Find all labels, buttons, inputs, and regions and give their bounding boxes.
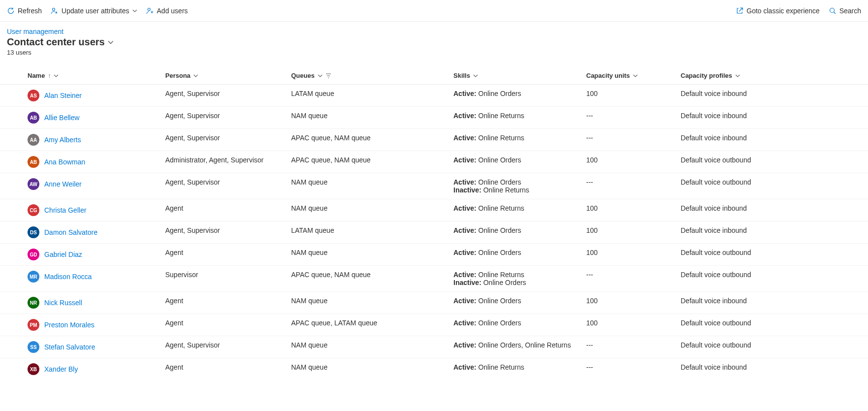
search-label: Search bbox=[839, 7, 861, 15]
breadcrumb-user-management[interactable]: User management bbox=[7, 28, 63, 35]
table-row[interactable]: ABAna BowmanAdministrator, Agent, Superv… bbox=[0, 151, 868, 173]
avatar: DS bbox=[28, 226, 39, 238]
column-header-skills[interactable]: Skills bbox=[453, 72, 586, 79]
queues-cell: NAM queue bbox=[291, 249, 453, 256]
capacity-profiles-cell: Default voice inbound bbox=[681, 90, 868, 97]
table-row[interactable]: ABAllie BellewAgent, SupervisorNAM queue… bbox=[0, 107, 868, 129]
capacity-profiles-cell: Default voice outbound bbox=[681, 156, 868, 164]
persona-cell: Agent bbox=[165, 319, 291, 327]
capacity-units-cell: 100 bbox=[586, 204, 681, 212]
user-name-link[interactable]: Stefan Salvatore bbox=[44, 343, 95, 351]
skills-cell: Active: Online ReturnsInactive: Online O… bbox=[453, 271, 586, 286]
skills-cell: Active: Online Returns bbox=[453, 204, 586, 212]
capacity-profiles-cell: Default voice outbound bbox=[681, 249, 868, 256]
column-name-label: Name bbox=[28, 72, 45, 79]
avatar: SS bbox=[28, 341, 39, 353]
chevron-down-icon[interactable] bbox=[473, 73, 478, 78]
filter-icon[interactable] bbox=[326, 73, 331, 79]
user-name-link[interactable]: Preston Morales bbox=[44, 321, 94, 329]
persona-cell: Agent, Supervisor bbox=[165, 341, 291, 349]
user-name-link[interactable]: Amy Alberts bbox=[44, 136, 81, 144]
table-row[interactable]: NRNick RussellAgentNAM queueActive: Onli… bbox=[0, 292, 868, 314]
capacity-units-cell: 100 bbox=[586, 319, 681, 327]
refresh-icon bbox=[7, 7, 15, 15]
user-name-link[interactable]: Madison Rocca bbox=[44, 273, 92, 281]
search-button[interactable]: Search bbox=[829, 7, 861, 15]
capacity-profiles-cell: Default voice inbound bbox=[681, 363, 868, 371]
avatar: GD bbox=[28, 249, 39, 260]
persona-cell: Agent bbox=[165, 297, 291, 305]
table-row[interactable]: DSDamon SalvatoreAgent, SupervisorLATAM … bbox=[0, 221, 868, 244]
chevron-down-icon[interactable] bbox=[193, 73, 198, 78]
chevron-down-icon[interactable] bbox=[633, 73, 638, 78]
column-queues-label: Queues bbox=[291, 72, 315, 79]
add-users-button[interactable]: Add users bbox=[146, 7, 188, 15]
table-row[interactable]: CGChrista GellerAgentNAM queueActive: On… bbox=[0, 199, 868, 221]
table-row[interactable]: SSStefan SalvatoreAgent, SupervisorNAM q… bbox=[0, 336, 868, 358]
user-name-link[interactable]: Ana Bowman bbox=[44, 158, 85, 166]
user-name-link[interactable]: Xander Bly bbox=[44, 365, 78, 373]
user-add-icon bbox=[146, 7, 154, 15]
user-name-link[interactable]: Damon Salvatore bbox=[44, 228, 97, 236]
skills-cell: Active: Online Returns bbox=[453, 134, 586, 142]
persona-cell: Agent bbox=[165, 204, 291, 212]
column-persona-label: Persona bbox=[165, 72, 190, 79]
queues-cell: NAM queue bbox=[291, 204, 453, 212]
table-row[interactable]: AAAmy AlbertsAgent, SupervisorAPAC queue… bbox=[0, 129, 868, 151]
chevron-down-icon[interactable] bbox=[318, 73, 323, 78]
chevron-down-icon[interactable] bbox=[108, 39, 114, 45]
user-edit-icon bbox=[51, 7, 59, 15]
column-header-capacity-units[interactable]: Capacity units bbox=[586, 72, 681, 79]
update-user-attributes-button[interactable]: Update user attributes bbox=[51, 7, 137, 15]
table-row[interactable]: PMPreston MoralesAgentAPAC queue, LATAM … bbox=[0, 314, 868, 336]
capacity-units-cell: --- bbox=[586, 341, 681, 349]
column-header-persona[interactable]: Persona bbox=[165, 72, 291, 79]
persona-cell: Administrator, Agent, Supervisor bbox=[165, 156, 291, 164]
table-row[interactable]: XBXander BlyAgentNAM queueActive: Online… bbox=[0, 358, 868, 380]
skills-cell: Active: Online Orders bbox=[453, 90, 586, 97]
chevron-down-icon[interactable] bbox=[54, 73, 59, 78]
user-name-link[interactable]: Christa Geller bbox=[44, 206, 87, 214]
table-row[interactable]: AWAnne WeilerAgent, SupervisorNAM queueA… bbox=[0, 173, 868, 199]
queues-cell: APAC queue, LATAM queue bbox=[291, 319, 453, 327]
persona-cell: Supervisor bbox=[165, 271, 291, 279]
column-header-capacity-profiles[interactable]: Capacity profiles bbox=[681, 72, 868, 79]
table-row[interactable]: ASAlan SteinerAgent, SupervisorLATAM que… bbox=[0, 85, 868, 107]
refresh-button[interactable]: Refresh bbox=[7, 7, 42, 15]
table-row[interactable]: MRMadison RoccaSupervisorAPAC queue, NAM… bbox=[0, 266, 868, 292]
column-capacity-units-label: Capacity units bbox=[586, 72, 630, 79]
capacity-units-cell: --- bbox=[586, 178, 681, 186]
skills-cell: Active: Online Orders bbox=[453, 226, 586, 234]
user-name-link[interactable]: Gabriel Diaz bbox=[44, 251, 82, 258]
table-row[interactable]: GDGabriel DiazAgentNAM queueActive: Onli… bbox=[0, 244, 868, 266]
capacity-profiles-cell: Default voice outbound bbox=[681, 341, 868, 349]
column-header-queues[interactable]: Queues bbox=[291, 72, 453, 79]
skills-cell: Active: Online Orders bbox=[453, 156, 586, 164]
user-name-link[interactable]: Alan Steiner bbox=[44, 92, 82, 99]
chevron-down-icon[interactable] bbox=[735, 73, 740, 78]
queues-cell: APAC queue, NAM queue bbox=[291, 271, 453, 279]
avatar: MR bbox=[28, 271, 39, 283]
queues-cell: APAC queue, NAM queue bbox=[291, 156, 453, 164]
column-header-name[interactable]: Name ↑ bbox=[28, 72, 165, 79]
capacity-profiles-cell: Default voice inbound bbox=[681, 112, 868, 120]
queues-cell: NAM queue bbox=[291, 178, 453, 186]
svg-point-2 bbox=[830, 8, 834, 12]
user-name-link[interactable]: Allie Bellew bbox=[44, 114, 80, 122]
user-name-link[interactable]: Anne Weiler bbox=[44, 180, 82, 188]
column-skills-label: Skills bbox=[453, 72, 470, 79]
capacity-units-cell: 100 bbox=[586, 156, 681, 164]
capacity-profiles-cell: Default voice inbound bbox=[681, 204, 868, 212]
queues-cell: NAM queue bbox=[291, 297, 453, 305]
capacity-units-cell: --- bbox=[586, 271, 681, 279]
queues-cell: LATAM queue bbox=[291, 90, 453, 97]
capacity-profiles-cell: Default voice outbound bbox=[681, 319, 868, 327]
persona-cell: Agent bbox=[165, 363, 291, 371]
queues-cell: LATAM queue bbox=[291, 226, 453, 234]
goto-classic-label: Goto classic experience bbox=[747, 7, 820, 15]
capacity-units-cell: 100 bbox=[586, 226, 681, 234]
command-bar: Refresh Update user attributes Add users… bbox=[0, 0, 868, 22]
queues-cell: APAC queue, NAM queue bbox=[291, 134, 453, 142]
goto-classic-button[interactable]: Goto classic experience bbox=[736, 7, 820, 15]
user-name-link[interactable]: Nick Russell bbox=[44, 299, 82, 307]
